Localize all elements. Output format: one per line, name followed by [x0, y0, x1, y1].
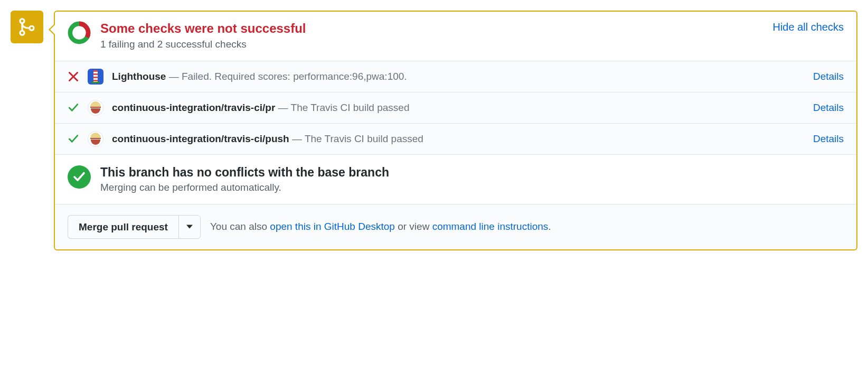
svg-point-1 — [20, 31, 24, 35]
check-row: continuous-integration/travis-ci/pr — Th… — [55, 92, 856, 123]
success-check-icon — [68, 165, 91, 189]
footer-text-prefix: You can also — [210, 221, 270, 232]
merge-footer: Merge pull request You can also open thi… — [55, 204, 856, 249]
svg-point-2 — [30, 26, 34, 30]
details-link[interactable]: Details — [813, 102, 844, 114]
check-icon — [68, 103, 79, 113]
no-conflicts-section: This branch has no conflicts with the ba… — [55, 154, 856, 204]
details-link[interactable]: Details — [813, 71, 844, 82]
check-icon — [68, 134, 79, 144]
no-conflicts-title: This branch has no conflicts with the ba… — [100, 165, 389, 180]
check-message: Failed. Required scores: performance:96,… — [182, 71, 407, 82]
checks-donut-icon — [68, 21, 91, 44]
check-separator: — — [169, 71, 182, 82]
check-name: continuous-integration/travis-ci/pr — [112, 102, 275, 113]
no-conflicts-subtitle: Merging can be performed automatically. — [100, 182, 389, 193]
merge-button-group: Merge pull request — [68, 215, 201, 239]
check-message: The Travis CI build passed — [305, 133, 423, 144]
merge-pull-request-button[interactable]: Merge pull request — [68, 215, 178, 239]
travis-avatar-icon — [88, 131, 103, 147]
merge-help-text: You can also open this in GitHub Desktop… — [210, 221, 551, 232]
open-github-desktop-link[interactable]: open this in GitHub Desktop — [270, 221, 395, 232]
footer-text-mid: or view — [395, 221, 432, 232]
check-row: continuous-integration/travis-ci/push — … — [55, 123, 856, 154]
check-name: continuous-integration/travis-ci/push — [112, 133, 289, 144]
checks-list: Lighthouse — Failed. Required scores: pe… — [55, 61, 856, 154]
merge-badge-icon — [11, 11, 43, 43]
checks-header: Some checks were not successful 1 failin… — [55, 12, 856, 61]
travis-avatar-icon — [88, 100, 103, 116]
footer-text-suffix: . — [548, 221, 551, 232]
svg-point-0 — [20, 19, 24, 23]
merge-dropdown-button[interactable] — [178, 215, 201, 239]
details-link[interactable]: Details — [813, 133, 844, 145]
status-subtitle: 1 failing and 2 successful checks — [100, 39, 763, 50]
checks-panel: Some checks were not successful 1 failin… — [54, 11, 857, 250]
command-line-instructions-link[interactable]: command line instructions — [432, 221, 549, 232]
check-row: Lighthouse — Failed. Required scores: pe… — [55, 61, 856, 92]
check-separator: — — [292, 133, 305, 144]
lighthouse-avatar-icon — [88, 69, 103, 85]
x-icon — [68, 72, 79, 81]
hide-all-checks-link[interactable]: Hide all checks — [772, 21, 844, 33]
check-message: The Travis CI build passed — [291, 102, 410, 113]
check-separator: — — [278, 102, 291, 113]
check-name: Lighthouse — [112, 71, 166, 82]
caret-down-icon — [186, 225, 193, 229]
status-title: Some checks were not successful — [100, 21, 763, 36]
